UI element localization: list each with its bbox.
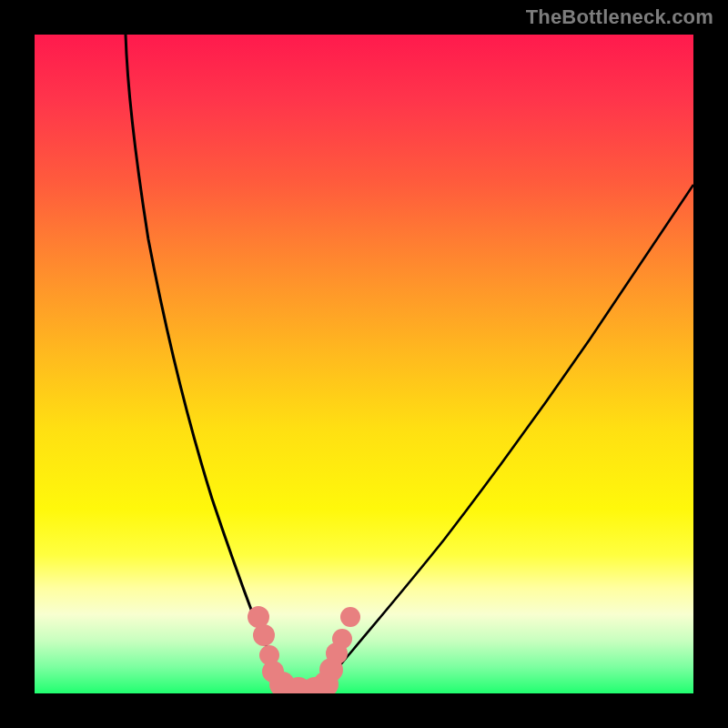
watermark-text: TheBottleneck.com	[526, 5, 713, 29]
plot-gradient-area	[35, 35, 693, 693]
chart-stage: TheBottleneck.com	[0, 0, 728, 728]
